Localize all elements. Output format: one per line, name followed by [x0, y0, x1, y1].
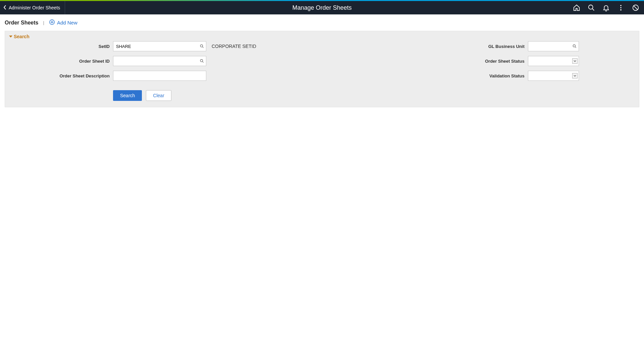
caret-down-icon [9, 34, 12, 39]
page-name: Order Sheets [5, 20, 38, 26]
label-setid: SetID [9, 44, 110, 49]
lookup-icon[interactable] [200, 59, 204, 63]
search-panel-toggle[interactable]: Search [9, 34, 635, 39]
back-breadcrumb[interactable]: Administer Order Sheets [0, 1, 65, 14]
validation-status-select[interactable] [528, 71, 579, 81]
svg-point-0 [589, 5, 593, 9]
row-setid: SetID CORPORATE SETID [9, 41, 256, 51]
setid-input-wrap [113, 41, 206, 51]
add-new-button[interactable]: Add New [49, 19, 77, 26]
app-header: Administer Order Sheets Manage Order She… [0, 1, 644, 14]
setid-input[interactable] [113, 41, 206, 51]
row-validation-status: Validation Status [357, 71, 579, 81]
add-new-label: Add New [57, 20, 77, 25]
search-button[interactable]: Search [113, 90, 142, 101]
order-sheet-status-select-wrap [528, 56, 579, 66]
setid-description: CORPORATE SETID [212, 44, 256, 49]
row-gl-business-unit: GL Business Unit [357, 41, 579, 51]
chevron-left-icon [3, 5, 9, 11]
order-sheet-desc-input[interactable] [113, 71, 206, 81]
header-actions [573, 4, 644, 11]
breadcrumb-label: Administer Order Sheets [9, 5, 60, 10]
button-row: Search Clear [9, 90, 256, 101]
home-icon[interactable] [573, 4, 580, 11]
label-gl-business-unit: GL Business Unit [357, 44, 525, 49]
lookup-icon[interactable] [200, 44, 204, 49]
label-order-sheet-id: Order Sheet ID [9, 59, 110, 64]
lookup-icon[interactable] [572, 44, 577, 49]
row-order-sheet-id: Order Sheet ID [9, 56, 256, 66]
svg-line-1 [592, 9, 594, 11]
svg-line-6 [634, 6, 638, 10]
svg-point-4 [620, 9, 622, 11]
plus-circle-icon [49, 19, 55, 26]
form-column-left: SetID CORPORATE SETID Order Sheet ID [9, 41, 256, 101]
gl-business-unit-input-wrap [528, 41, 579, 51]
row-order-sheet-desc: Order Sheet Description [9, 71, 256, 81]
order-sheet-id-input-wrap [113, 56, 206, 66]
row-order-sheet-status: Order Sheet Status [357, 56, 579, 66]
more-icon[interactable] [617, 4, 625, 11]
svg-point-2 [620, 5, 622, 6]
bell-icon[interactable] [602, 4, 610, 11]
label-validation-status: Validation Status [357, 73, 525, 78]
svg-line-13 [202, 61, 204, 63]
label-order-sheet-status: Order Sheet Status [357, 59, 525, 64]
form-column-right: GL Business Unit Order Sheet Status [357, 41, 579, 101]
page-title: Manage Order Sheets [292, 4, 352, 11]
search-icon[interactable] [588, 4, 595, 11]
order-sheet-id-input[interactable] [113, 56, 206, 66]
svg-point-3 [620, 7, 622, 8]
validation-status-select-wrap [528, 71, 579, 81]
order-sheet-desc-input-wrap [113, 71, 206, 81]
svg-line-15 [575, 47, 576, 48]
sub-header: Order Sheets | Add New [0, 14, 644, 31]
block-icon[interactable] [632, 4, 639, 11]
svg-line-11 [202, 47, 204, 48]
order-sheet-status-select[interactable] [528, 56, 579, 66]
label-order-sheet-desc: Order Sheet Description [9, 73, 110, 78]
search-panel-title: Search [14, 34, 30, 39]
clear-button[interactable]: Clear [146, 90, 171, 101]
search-form: SetID CORPORATE SETID Order Sheet ID [9, 41, 635, 101]
divider: | [43, 20, 44, 25]
gl-business-unit-input[interactable] [528, 41, 579, 51]
search-panel: Search SetID CORPORATE SETID Order Sheet… [5, 31, 639, 107]
